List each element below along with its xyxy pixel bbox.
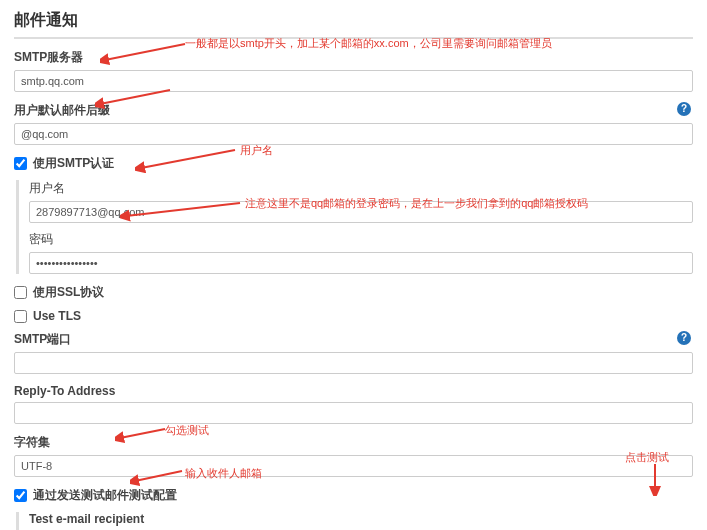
smtp-server-field: SMTP服务器 — [14, 49, 693, 92]
test-config-label: 通过发送测试邮件测试配置 — [33, 487, 177, 504]
username-label: 用户名 — [29, 180, 693, 197]
smtp-server-label: SMTP服务器 — [14, 49, 693, 66]
smtp-auth-checkbox[interactable] — [14, 157, 27, 170]
smtp-auth-label: 使用SMTP认证 — [33, 155, 114, 172]
use-tls-row: Use TLS — [14, 309, 693, 323]
use-tls-checkbox[interactable] — [14, 310, 27, 323]
smtp-port-input[interactable] — [14, 352, 693, 374]
use-ssl-row: 使用SSL协议 — [14, 284, 693, 301]
test-recipient-label: Test e-mail recipient — [29, 512, 693, 526]
reply-to-label: Reply-To Address — [14, 384, 693, 398]
default-suffix-input[interactable] — [14, 123, 693, 145]
use-ssl-label: 使用SSL协议 — [33, 284, 104, 301]
reply-to-input[interactable] — [14, 402, 693, 424]
test-config-checkbox[interactable] — [14, 489, 27, 502]
smtp-auth-block: 用户名 用户名 密码 注意这里不是qq邮箱的登录密码，是在上一步我们拿到的qq邮… — [16, 180, 693, 274]
charset-field: 字符集 — [14, 434, 693, 477]
smtp-port-field: SMTP端口 ? — [14, 331, 693, 374]
test-config-block: Test e-mail recipient 输入收件人邮箱 点击测试 Test … — [16, 512, 693, 530]
page-title: 邮件通知 — [14, 10, 693, 39]
use-ssl-checkbox[interactable] — [14, 286, 27, 299]
use-tls-label: Use TLS — [33, 309, 81, 323]
password-input[interactable] — [29, 252, 693, 274]
default-suffix-field: 用户默认邮件后缀 ? — [14, 102, 693, 145]
default-suffix-label: 用户默认邮件后缀 — [14, 102, 693, 119]
smtp-server-input[interactable] — [14, 70, 693, 92]
username-input[interactable] — [29, 201, 693, 223]
smtp-auth-row: 使用SMTP认证 — [14, 155, 693, 172]
test-config-row: 通过发送测试邮件测试配置 — [14, 487, 693, 504]
password-label: 密码 — [29, 231, 693, 248]
help-icon[interactable]: ? — [677, 331, 691, 345]
reply-to-field: Reply-To Address — [14, 384, 693, 424]
help-icon[interactable]: ? — [677, 102, 691, 116]
charset-input[interactable] — [14, 455, 693, 477]
charset-label: 字符集 — [14, 434, 693, 451]
smtp-port-label: SMTP端口 — [14, 331, 693, 348]
